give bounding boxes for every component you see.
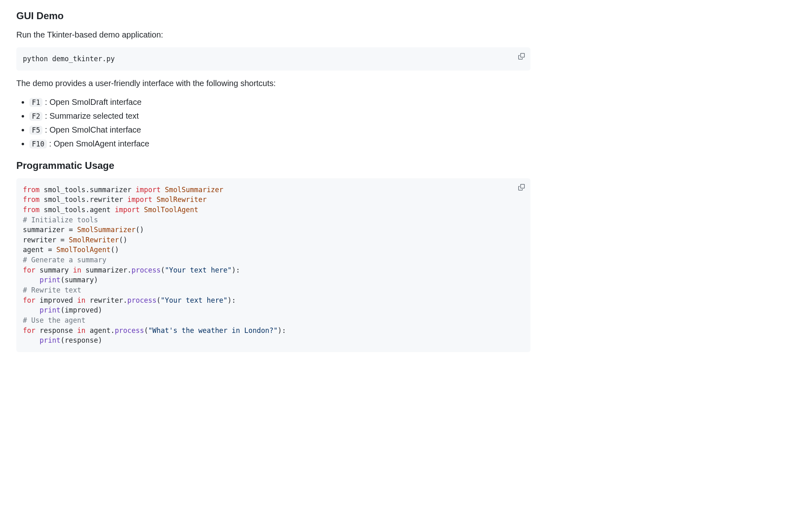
- code-token: agent =: [23, 246, 56, 254]
- programmatic-usage-heading: Programmatic Usage: [16, 160, 530, 172]
- shortcuts-intro: The demo provides a user-friendly interf…: [16, 77, 530, 89]
- list-item: F5 : Open SmolChat interface: [29, 124, 530, 136]
- code-token: SmolRewriter: [69, 236, 119, 244]
- code-token: rewriter.: [86, 296, 127, 304]
- code-token: (: [157, 296, 161, 304]
- python-code-block: from smol_tools.summarizer import SmolSu…: [16, 178, 530, 352]
- shortcut-sep: :: [45, 98, 49, 106]
- gui-demo-intro: Run the Tkinter-based demo application:: [16, 29, 530, 41]
- code-token: # Use the agent: [23, 316, 86, 324]
- shortcut-key: F10: [29, 140, 47, 149]
- code-token: (): [135, 226, 144, 234]
- python-code: from smol_tools.summarizer import SmolSu…: [23, 185, 524, 346]
- code-token: in: [73, 266, 81, 274]
- code-token: (): [119, 236, 127, 244]
- shortcut-desc: Open SmolDraft interface: [49, 98, 142, 106]
- code-token: process: [115, 326, 144, 335]
- code-token: smol_tools.agent: [40, 206, 115, 214]
- command-code-block: python demo_tkinter.py: [16, 47, 530, 71]
- code-token: "Your text here": [165, 266, 232, 274]
- shortcut-sep: :: [45, 125, 49, 134]
- code-token: import: [127, 195, 152, 204]
- code-token: (response): [60, 336, 102, 344]
- code-token: # Generate a summary: [23, 256, 107, 264]
- shortcut-key: F2: [29, 112, 42, 121]
- code-token: in: [77, 296, 85, 304]
- list-item: F10 : Open SmolAgent interface: [29, 137, 530, 150]
- shortcuts-list: F1 : Open SmolDraft interface F2 : Summa…: [16, 96, 530, 150]
- code-token: [152, 195, 156, 204]
- code-token: (: [161, 266, 165, 274]
- shortcut-key: F5: [29, 126, 42, 135]
- code-token: # Initialize tools: [23, 216, 98, 224]
- code-token: print: [40, 306, 60, 314]
- code-token: "Your text here": [161, 296, 228, 304]
- code-token: (): [111, 246, 119, 254]
- code-token: from: [23, 186, 40, 194]
- code-token: [23, 336, 40, 344]
- shortcut-sep: :: [49, 139, 53, 148]
- code-token: from: [23, 195, 40, 204]
- code-token: import: [115, 206, 140, 214]
- code-token: [140, 206, 144, 214]
- code-token: import: [135, 186, 160, 194]
- code-token: (improved): [60, 306, 102, 314]
- copy-icon: [518, 184, 525, 191]
- code-token: SmolToolAgent: [144, 206, 198, 214]
- shortcut-desc: Summarize selected text: [49, 111, 139, 120]
- code-token: [23, 276, 40, 284]
- gui-demo-heading: GUI Demo: [16, 10, 530, 22]
- code-token: smol_tools.rewriter: [40, 195, 127, 204]
- shortcut-desc: Open SmolChat interface: [49, 125, 141, 134]
- code-token: summary: [36, 266, 73, 274]
- code-token: print: [40, 336, 60, 344]
- list-item: F1 : Open SmolDraft interface: [29, 96, 530, 108]
- shortcut-key: F1: [29, 98, 42, 107]
- copy-button[interactable]: [516, 51, 527, 62]
- code-token: SmolSummarizer: [77, 226, 135, 234]
- shortcut-desc: Open SmolAgent interface: [53, 139, 149, 148]
- code-token: smol_tools.summarizer: [40, 186, 135, 194]
- code-token: ):: [228, 296, 236, 304]
- code-token: from: [23, 206, 40, 214]
- code-token: process: [127, 296, 157, 304]
- code-token: rewriter =: [23, 236, 69, 244]
- copy-button[interactable]: [516, 182, 527, 193]
- code-token: SmolRewriter: [157, 195, 207, 204]
- code-token: summarizer =: [23, 226, 77, 234]
- code-token: summarizer.: [81, 266, 131, 274]
- code-token: (summary): [60, 276, 98, 284]
- code-token: # Rewrite text: [23, 286, 81, 294]
- code-token: for: [23, 326, 36, 335]
- shortcut-sep: :: [45, 111, 49, 120]
- code-token: process: [131, 266, 161, 274]
- copy-icon: [518, 53, 525, 60]
- code-token: for: [23, 266, 36, 274]
- code-token: improved: [36, 296, 77, 304]
- list-item: F2 : Summarize selected text: [29, 110, 530, 122]
- code-token: print: [40, 276, 60, 284]
- code-token: for: [23, 296, 36, 304]
- code-token: SmolToolAgent: [56, 246, 111, 254]
- code-token: "What's the weather in London?": [148, 326, 277, 335]
- code-token: (: [144, 326, 148, 335]
- code-token: response: [36, 326, 77, 335]
- code-token: [161, 186, 165, 194]
- code-token: ):: [277, 326, 286, 335]
- code-token: [23, 306, 40, 314]
- code-token: SmolSummarizer: [165, 186, 223, 194]
- code-token: agent.: [86, 326, 115, 335]
- code-token: in: [77, 326, 85, 335]
- command-code: python demo_tkinter.py: [23, 54, 524, 64]
- code-token: ):: [232, 266, 240, 274]
